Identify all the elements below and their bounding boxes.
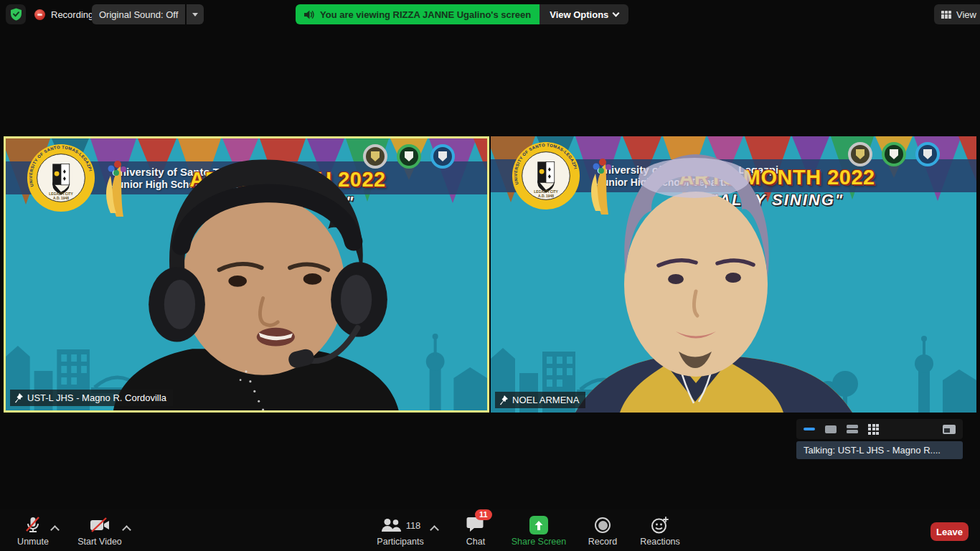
pip-view-icon[interactable] xyxy=(943,425,956,434)
reactions-button[interactable]: Reactions xyxy=(617,515,703,547)
participant-name: UST-L JHS - Magno R. Cordovilla xyxy=(27,392,166,403)
minimize-icon[interactable] xyxy=(804,428,815,430)
strip-view-icon[interactable] xyxy=(847,425,858,433)
reactions-label: Reactions xyxy=(617,537,703,547)
security-shield-button[interactable] xyxy=(6,4,26,24)
recording-label: Recording xyxy=(51,9,93,20)
chat-badge: 11 xyxy=(475,509,492,520)
pin-icon xyxy=(14,393,23,403)
shield-check-icon xyxy=(10,8,22,21)
leave-button[interactable]: Leave xyxy=(930,522,969,541)
person-figure xyxy=(6,138,487,410)
view-options-label: View Options xyxy=(550,9,608,20)
dropdown-arrow-icon xyxy=(192,13,198,17)
top-bar: Recording Original Sound: Off You are vi… xyxy=(0,0,980,29)
talking-indicator: Talking: UST-L JHS - Magno R.... xyxy=(796,441,963,459)
start-video-label: Start Video xyxy=(57,537,143,547)
camera-muted-icon xyxy=(89,517,110,534)
reactions-icon xyxy=(651,516,669,534)
viewing-banner: You are viewing RIZZA JANNE Ugalino's sc… xyxy=(296,4,628,24)
participant-name: NOEL ARMENA xyxy=(512,395,579,405)
view-options-button[interactable]: View Options xyxy=(540,4,628,24)
mic-muted-icon xyxy=(24,516,42,534)
video-tile-magno[interactable]: UNIVERSITY OF SANTO TOMAS-LEGAZPI LEGAZP… xyxy=(4,136,489,413)
meeting-toolbar: Unmute Start Video 118 Participants xyxy=(0,509,980,551)
person-figure xyxy=(491,136,976,413)
original-sound-dropdown[interactable] xyxy=(187,4,204,24)
viewing-banner-text: You are viewing RIZZA JANNE Ugalino's sc… xyxy=(320,9,531,20)
participants-icon xyxy=(380,517,402,533)
viewing-banner-message: You are viewing RIZZA JANNE Ugalino's sc… xyxy=(296,4,540,24)
speaker-icon xyxy=(304,10,315,19)
grid-view-icon xyxy=(941,11,951,19)
participants-label: Participants xyxy=(357,537,443,547)
chevron-down-icon xyxy=(613,10,620,17)
record-icon xyxy=(595,517,611,533)
view-button[interactable]: View xyxy=(934,4,980,24)
name-tag: UST-L JHS - Magno R. Cordovilla xyxy=(10,390,173,406)
participants-count: 118 xyxy=(406,520,421,531)
video-tile-noel[interactable]: UNIVERSITY OF SANTO TOMAS-LEGAZPI LEGAZP… xyxy=(491,136,976,413)
original-sound-button[interactable]: Original Sound: Off xyxy=(92,4,185,24)
speaker-view-icon[interactable] xyxy=(825,425,837,433)
gallery-view-icon[interactable] xyxy=(868,424,879,435)
layout-mini-panel: Talking: UST-L JHS - Magno R.... xyxy=(796,419,963,459)
share-screen-icon xyxy=(529,516,548,534)
pin-icon xyxy=(499,395,508,405)
original-sound-label: Original Sound: Off xyxy=(99,9,178,20)
recording-dot-icon xyxy=(34,9,45,20)
layout-controls xyxy=(796,419,963,439)
view-label: View xyxy=(956,9,976,20)
name-tag: NOEL ARMENA xyxy=(495,392,585,408)
